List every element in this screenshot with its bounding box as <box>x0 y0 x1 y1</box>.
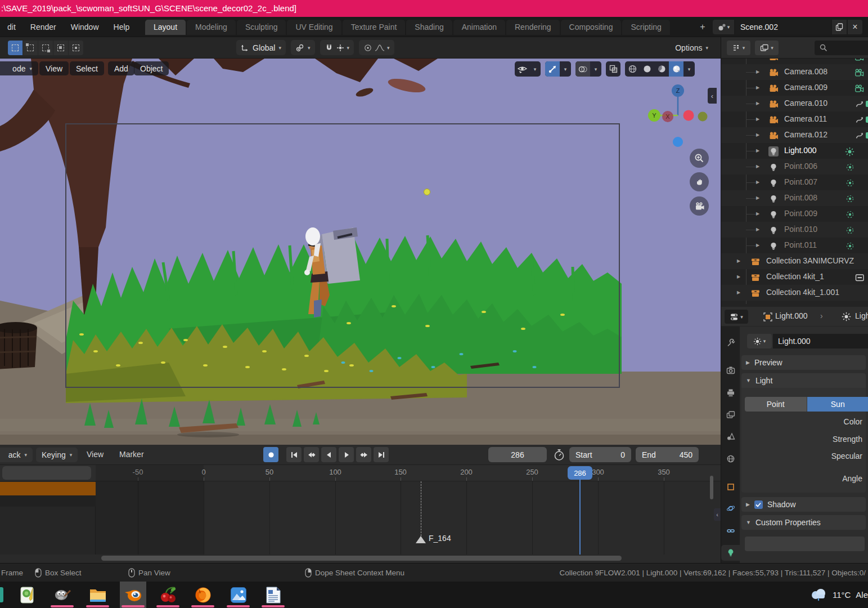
custom-properties-field[interactable] <box>745 537 865 551</box>
camera-view-button[interactable] <box>690 196 709 216</box>
section-shadow[interactable]: ▶ Shadow <box>741 497 866 512</box>
options-dropdown[interactable]: Options▾ <box>675 40 708 55</box>
playhead-line[interactable] <box>579 479 581 555</box>
outliner-row[interactable]: ▶ Point.006 <box>721 159 868 175</box>
pivot-point-dropdown[interactable]: ▾ <box>291 40 315 55</box>
prev-keyframe-button[interactable] <box>304 447 319 462</box>
scene-copy-button[interactable] <box>832 20 847 34</box>
timeline-marker-menu[interactable]: Marker <box>119 450 144 459</box>
breadcrumb-data[interactable]: Light.000 <box>855 311 868 320</box>
gizmo-dropdown[interactable]: ▾ <box>545 61 571 77</box>
point-light-data-icon[interactable] <box>845 194 854 203</box>
tab-physics[interactable] <box>721 500 740 516</box>
scene-delete-button[interactable]: × <box>848 20 862 34</box>
taskbar-app-file-explorer[interactable] <box>84 582 111 608</box>
tab-tool[interactable] <box>721 335 740 351</box>
expand-arrow-icon[interactable]: ▶ <box>756 164 759 169</box>
frame-start-field[interactable]: Start 0 <box>569 447 631 462</box>
point-light-data-icon[interactable] <box>845 178 854 187</box>
expand-arrow-icon[interactable]: ▶ <box>756 243 759 248</box>
proportional-edit-icon[interactable] <box>363 43 372 52</box>
outliner-row[interactable]: ▶ Collection 4kit <box>721 269 868 285</box>
tab-constraints[interactable] <box>721 523 740 539</box>
auto-key-button[interactable] <box>263 447 278 462</box>
selected-channel-row[interactable] <box>0 482 96 495</box>
tab-object-data[interactable] <box>721 545 740 561</box>
outliner-row[interactable]: ▶ Camera.011 <box>721 111 868 127</box>
point-light-data-icon[interactable] <box>845 242 854 251</box>
point-light-data-icon[interactable] <box>845 163 854 172</box>
light-type-browse-button[interactable]: ▾ <box>747 334 772 348</box>
pan-button[interactable] <box>690 172 709 191</box>
frame-end-field[interactable]: End 450 <box>636 447 699 462</box>
outliner-row[interactable]: ▶ Camera.012 <box>721 127 868 143</box>
section-preview[interactable]: ▶Preview <box>741 355 866 370</box>
outliner-row[interactable]: ▶ Camera.008 <box>721 64 868 80</box>
play-button[interactable] <box>339 447 354 462</box>
tab-world[interactable] <box>721 451 740 467</box>
expand-arrow-icon[interactable]: ▶ <box>737 290 740 295</box>
expand-arrow-icon[interactable]: ▶ <box>756 69 759 74</box>
topbar-menu-item[interactable]: Render <box>23 23 64 32</box>
next-keyframe-button[interactable] <box>356 447 371 462</box>
shading-wireframe-button[interactable] <box>625 61 640 77</box>
select-mode-circle-button[interactable] <box>38 41 53 55</box>
dopesheet-filter-field[interactable] <box>2 466 91 480</box>
section-light[interactable]: ▼Light <box>741 373 866 388</box>
outliner-row[interactable]: ▶ Point.007 <box>721 175 868 190</box>
xray-toggle[interactable] <box>606 61 620 77</box>
current-frame-field[interactable]: 286 <box>488 447 547 462</box>
viewport-menu-item[interactable]: Select <box>70 61 104 75</box>
point-light-data-icon[interactable] <box>845 210 854 219</box>
anim-curve-icon[interactable] <box>856 100 865 108</box>
channel-row[interactable] <box>0 495 96 507</box>
viewport-3d[interactable]: ode▾ ViewSelectAddObject ▾ <box>0 59 721 445</box>
workspace-tab[interactable]: Modeling <box>187 20 236 35</box>
timeline-v-scrollbar[interactable] <box>710 476 713 499</box>
shading-dropdown[interactable]: ▾ <box>683 61 695 77</box>
workspace-tab[interactable]: Sculpting <box>237 20 286 35</box>
anim-curve-icon[interactable] <box>856 132 865 140</box>
light-type-button[interactable]: Sun <box>807 397 868 412</box>
keying-dropdown[interactable]: Keying▾ <box>36 448 78 462</box>
select-mode-box-button[interactable] <box>23 41 38 55</box>
mode-dropdown[interactable]: ode▾ <box>0 61 38 75</box>
outliner-row[interactable]: ▶ Light.000 <box>721 143 868 159</box>
use-preview-range-button[interactable] <box>552 448 566 464</box>
viewport-menu-item[interactable]: View <box>39 61 69 75</box>
expand-arrow-icon[interactable]: ▶ <box>756 211 759 216</box>
tab-scene[interactable] <box>721 429 740 445</box>
weather-widget[interactable]: 11°C Ale <box>809 582 868 608</box>
add-workspace-button[interactable]: + <box>696 22 709 32</box>
expand-arrow-icon[interactable]: ▶ <box>737 258 740 263</box>
workspace-tab[interactable]: Scripting <box>622 20 669 35</box>
point-light-data-icon[interactable] <box>845 226 854 235</box>
timeline-view-menu[interactable]: View <box>87 450 104 459</box>
outliner-filter-dropdown[interactable]: ▾ <box>755 41 779 55</box>
timeline-h-scrollbar[interactable] <box>101 556 622 561</box>
outliner-row[interactable]: ▶ Camera.009 <box>721 80 868 96</box>
scene-browse-button[interactable]: ▾ <box>713 20 734 34</box>
taskbar-app-notes[interactable] <box>14 582 41 608</box>
expand-arrow-icon[interactable]: ▶ <box>756 101 759 106</box>
outliner-row[interactable]: ▶ Camera.007 <box>721 59 868 64</box>
select-mode-paint-button[interactable] <box>69 41 83 55</box>
taskbar-app-blender[interactable] <box>120 582 146 608</box>
camera-data-icon[interactable] <box>854 84 865 93</box>
workspace-tab[interactable]: Animation <box>453 20 505 35</box>
transform-orientation-dropdown[interactable]: Global ▾ <box>236 40 286 55</box>
topbar-menu-item[interactable]: Window <box>64 23 106 32</box>
jump-to-start-button[interactable] <box>286 447 302 462</box>
outliner-row[interactable]: ▶ Point.008 <box>721 190 868 206</box>
workspace-tab[interactable]: Shading <box>406 20 452 35</box>
outliner-search-field[interactable] <box>815 41 868 55</box>
jump-to-end-button[interactable] <box>374 447 389 462</box>
workspace-tab[interactable]: Layout <box>145 20 186 35</box>
expand-arrow-icon[interactable]: ▶ <box>756 132 759 137</box>
outliner-display-mode-dropdown[interactable]: ▾ <box>727 41 750 55</box>
tab-view-layer[interactable] <box>721 407 740 423</box>
editor-type-dropdown[interactable]: ▾ <box>725 310 748 324</box>
light-name-field[interactable]: Light.000 <box>773 334 868 348</box>
anim-curve-icon[interactable] <box>856 116 865 124</box>
marker-label[interactable]: F_164 <box>429 534 451 543</box>
